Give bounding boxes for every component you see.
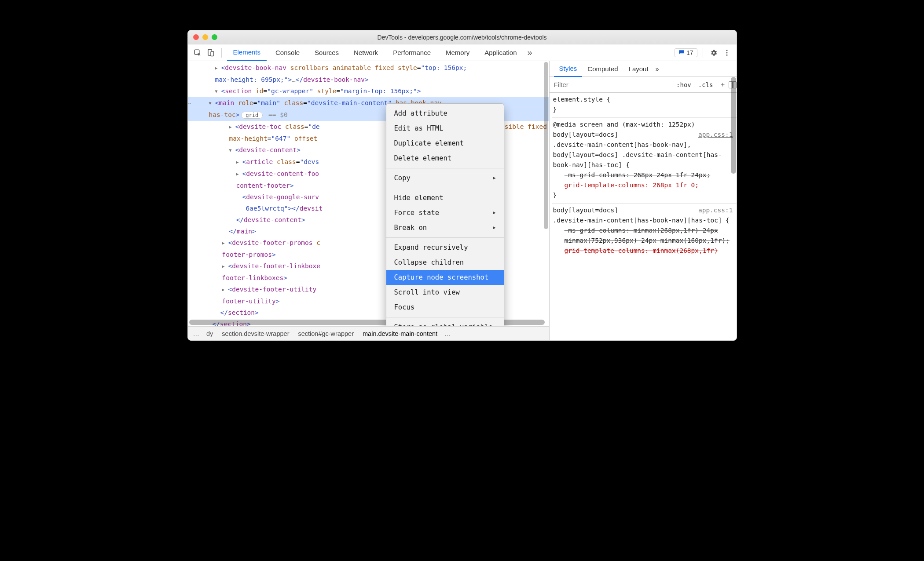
ctx-copy[interactable]: Copy▶ <box>386 171 504 186</box>
css-property[interactable]: -ms-grid-columns: 268px 24px 1fr 24px; <box>553 170 736 180</box>
devtools-window: DevTools - developers.google.com/web/too… <box>187 30 737 341</box>
ctx-capture-node-screenshot[interactable]: Capture node screenshot <box>386 270 504 285</box>
tab-console[interactable]: Console <box>269 44 306 61</box>
tab-computed[interactable]: Computed <box>582 61 623 77</box>
caret-icon[interactable] <box>236 168 242 180</box>
tabs-overflow-icon[interactable]: » <box>656 66 659 73</box>
tab-application[interactable]: Application <box>478 44 523 61</box>
crumb[interactable]: dy <box>202 330 217 337</box>
issues-badge[interactable]: 17 <box>675 48 697 57</box>
caret-icon[interactable] <box>222 237 228 249</box>
styles-panel: Styles Computed Layout » :hov .cls ＋ ele… <box>550 61 737 340</box>
chevron-right-icon: ▶ <box>493 207 496 219</box>
dom-node[interactable]: <devsite-book-nav scrollbars animatable … <box>195 62 549 74</box>
dom-tree[interactable]: … <devsite-book-nav scrollbars animatabl… <box>188 61 549 326</box>
chevron-right-icon: ▶ <box>493 222 496 233</box>
source-link[interactable]: app.css:1 <box>698 205 736 215</box>
separator <box>221 48 222 58</box>
selector: body[layout=docs]app.css:1.devsite-main-… <box>553 205 736 226</box>
cls-toggle[interactable]: .cls <box>695 81 717 88</box>
caret-icon[interactable] <box>229 121 235 133</box>
scrollbar-vertical[interactable] <box>544 62 548 317</box>
ctx-break-on[interactable]: Break on▶ <box>386 220 504 235</box>
css-rules[interactable]: element.style { } @media screen and (max… <box>550 93 737 340</box>
new-rule-icon[interactable]: ＋ <box>717 80 729 89</box>
caret-icon[interactable] <box>222 284 228 295</box>
css-property[interactable]: -ms-grid-columns: minmax(268px,1fr) 24px… <box>553 226 736 246</box>
tabs-overflow-icon[interactable]: » <box>526 47 534 58</box>
ctx-collapse-children[interactable]: Collapse children <box>386 255 504 270</box>
caret-icon[interactable] <box>236 157 242 168</box>
css-rule[interactable]: @media screen and (max-width: 1252px) bo… <box>552 118 737 204</box>
tab-memory[interactable]: Memory <box>440 44 476 61</box>
titlebar: DevTools - developers.google.com/web/too… <box>188 30 737 44</box>
tab-layout[interactable]: Layout <box>623 61 654 77</box>
ellipsis-icon[interactable]: … <box>191 330 202 337</box>
ctx-store-global[interactable]: Store as global variable <box>386 320 504 326</box>
selector: body[layout=docs]app.css:1.devsite-main-… <box>553 130 736 170</box>
caret-icon[interactable] <box>229 145 235 156</box>
toolbar: Elements Console Sources Network Perform… <box>188 44 737 61</box>
ctx-delete-element[interactable]: Delete element <box>386 151 504 166</box>
maximize-icon[interactable] <box>212 34 217 40</box>
ctx-expand-recursively[interactable]: Expand recursively <box>386 240 504 255</box>
device-toggle-icon[interactable] <box>205 47 216 58</box>
crumb[interactable]: section.devsite-wrapper <box>217 330 293 337</box>
close-icon[interactable] <box>193 34 199 40</box>
scrollbar-vertical[interactable] <box>731 77 736 339</box>
svg-point-3 <box>726 50 727 51</box>
caret-icon[interactable] <box>215 62 221 74</box>
crumb[interactable]: section#gc-wrapper <box>293 330 358 337</box>
main-panels: … <devsite-book-nav scrollbars animatabl… <box>188 61 737 340</box>
filter-input[interactable] <box>550 77 673 92</box>
svg-point-5 <box>726 54 727 55</box>
dom-node[interactable]: <section id="gc-wrapper" style="margin-t… <box>195 85 549 97</box>
ctx-hide-element[interactable]: Hide element <box>386 190 504 205</box>
window-title: DevTools - developers.google.com/web/too… <box>188 34 737 41</box>
filter-bar: :hov .cls ＋ <box>550 77 737 93</box>
svg-rect-2 <box>211 51 214 56</box>
media-query: @media screen and (max-width: 1252px) <box>553 120 736 130</box>
css-property[interactable]: grid-template-columns: minmax(268px,1fr) <box>553 246 736 256</box>
context-menu: Add attribute Edit as HTML Duplicate ele… <box>386 103 504 326</box>
issues-count: 17 <box>686 49 693 56</box>
source-link[interactable]: app.css:1 <box>698 130 736 140</box>
breadcrumb[interactable]: … dy section.devsite-wrapper section#gc-… <box>188 326 549 340</box>
css-rule[interactable]: element.style { } <box>552 93 737 118</box>
ctx-duplicate-element[interactable]: Duplicate element <box>386 136 504 151</box>
selector: element.style { <box>553 96 611 103</box>
tab-sources[interactable]: Sources <box>308 44 345 61</box>
caret-icon[interactable] <box>209 98 215 109</box>
ellipsis-icon[interactable]: … <box>442 330 454 337</box>
chevron-right-icon: ▶ <box>493 172 496 184</box>
inspect-icon[interactable] <box>192 47 203 58</box>
css-property[interactable]: grid-template-columns: 268px 1fr 0; <box>553 180 736 190</box>
elements-panel: … <devsite-book-nav scrollbars animatabl… <box>188 61 550 340</box>
ctx-focus[interactable]: Focus <box>386 300 504 315</box>
ctx-add-attribute[interactable]: Add attribute <box>386 106 504 121</box>
styles-tabs: Styles Computed Layout » <box>550 61 737 77</box>
tab-network[interactable]: Network <box>348 44 384 61</box>
ctx-edit-as-html[interactable]: Edit as HTML <box>386 121 504 136</box>
ellipsis-icon: … <box>188 96 192 108</box>
pill-grid[interactable]: grid <box>241 112 263 119</box>
ctx-force-state[interactable]: Force state▶ <box>386 205 504 220</box>
tab-styles[interactable]: Styles <box>554 61 583 77</box>
minimize-icon[interactable] <box>202 34 208 40</box>
caret-icon[interactable] <box>215 86 221 97</box>
ctx-scroll-into-view[interactable]: Scroll into view <box>386 285 504 300</box>
kebab-icon[interactable] <box>722 47 732 58</box>
hov-toggle[interactable]: :hov <box>673 81 695 88</box>
tab-performance[interactable]: Performance <box>387 44 437 61</box>
svg-point-4 <box>726 52 727 53</box>
dom-node[interactable]: max-height: 695px;">…</devsite-book-nav> <box>195 74 549 85</box>
tab-elements[interactable]: Elements <box>227 44 267 61</box>
crumb-active[interactable]: main.devsite-main-content <box>358 330 442 337</box>
separator <box>703 48 703 58</box>
css-rule[interactable]: body[layout=docs]app.css:1.devsite-main-… <box>552 204 737 259</box>
caret-icon[interactable] <box>222 261 228 272</box>
gear-icon[interactable] <box>708 47 719 58</box>
